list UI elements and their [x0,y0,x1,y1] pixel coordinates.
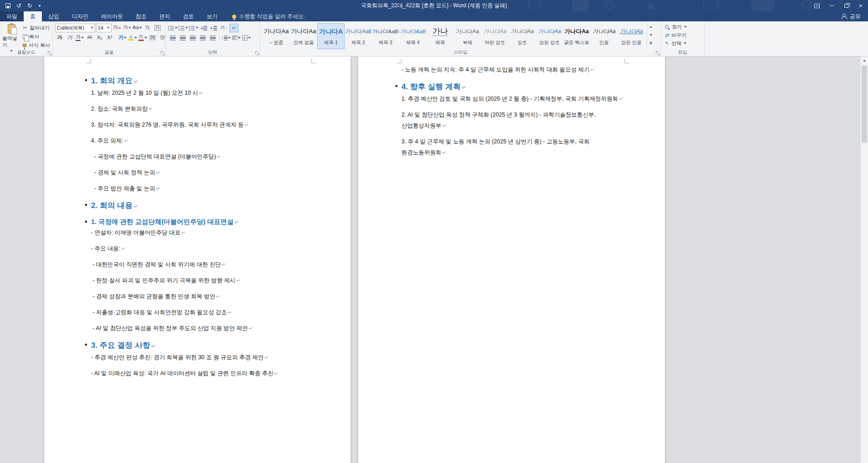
doc-paragraph[interactable]: - 추경 예산안 편성 추진: 경기 회복을 위한 30 조 원 규모의 추경 … [91,352,311,363]
document-page-1[interactable]: 1. 회의 개요↵ 1. 날짜: 2025 년 2 월 10 일 (월) 오전 … [44,56,350,463]
align-left-button[interactable] [168,34,177,42]
doc-heading[interactable]: 2. 회의 내용↵ [91,200,311,212]
italic-button[interactable]: 가 [65,34,74,42]
style-intense-quote[interactable]: 가나다Aa 강한 인용 [618,23,645,49]
doc-paragraph[interactable]: 3. 주 4 일 근무제 및 노동 개혁 논의 (2025 년 상반기 중) -… [401,136,624,158]
style-quote[interactable]: 가나다Aa 인용 [590,23,618,49]
gallery-more-button[interactable] [647,39,654,47]
style-heading-3[interactable]: 가나다AaBI 제목 3 [372,23,399,49]
superscript-button[interactable]: X² [105,34,114,42]
style-heading-2[interactable]: 가나다AaB 제목 2 [345,23,372,49]
select-button[interactable]: ↖ 선택 [663,39,702,47]
close-button[interactable]: × [853,0,868,11]
style-heading-1[interactable]: 가나다A 제목 1 [317,23,345,49]
doc-paragraph[interactable]: - 주요 법안 제출 및 논의↵ [91,183,311,194]
doc-paragraph[interactable]: 1. 날짜: 2025 년 2 월 10 일 (월) 오전 10 시↵ [91,87,311,98]
find-button[interactable]: 찾기 [663,23,702,31]
multilevel-list-button[interactable] [189,24,198,32]
redo-icon[interactable]: ↻ [27,3,32,9]
character-shading-button[interactable]: 가 [148,34,157,42]
bold-button[interactable]: 가 [55,34,64,42]
doc-paragraph[interactable]: - AI 및 미래산업 육성: 국가 AI 데이터센터 설립 및 관련 인프라 … [91,368,311,379]
style-emphasis[interactable]: 가나다Aa 강조 [508,23,536,49]
doc-paragraph[interactable]: - 주요 내용:↵ [91,243,311,254]
style-normal[interactable]: 가나다Aa ↵표준 [263,23,290,49]
doc-paragraph[interactable]: - 저출생·고령화 대응 및 사회안전망 강화 필요성 강조↵ [91,307,311,318]
shrink-font-button[interactable]: 가 [122,24,132,32]
tab-view[interactable]: 보기 [200,11,224,21]
doc-heading[interactable]: 3. 주요 결정 사항↵ [91,340,311,352]
document-page-2[interactable]: - 노동 개혁 논의 지속: 주 4 일 근무제 도입을 위한 사회적 대화 필… [358,56,665,463]
phonetic-guide-button[interactable]: 가 [143,24,152,32]
tab-design[interactable]: 디자인 [66,11,95,21]
restore-button[interactable] [839,0,853,11]
undo-icon[interactable]: ↺ [16,3,21,9]
doc-paragraph[interactable]: 2. 장소: 국회 본회의장↵ [91,103,311,114]
replace-button[interactable]: ⇄ 바꾸기 [663,31,702,39]
scrollbar-thumb[interactable] [862,66,867,143]
gallery-scroll-down-button[interactable] [647,31,654,39]
borders-button[interactable] [242,34,251,42]
align-center-button[interactable] [178,34,187,42]
change-case-button[interactable]: Aa [132,24,142,32]
bullets-button[interactable] [168,24,178,32]
sort-button[interactable]: 가↓ [219,24,228,32]
copy-button[interactable]: 복사 [23,32,50,41]
increase-indent-button[interactable] [209,24,218,32]
scrollbar-up-button[interactable] [861,56,868,64]
highlight-color-button[interactable] [128,34,137,42]
share-button[interactable]: 공유 [834,11,868,21]
numbering-button[interactable] [178,24,188,32]
doc-heading[interactable]: 4. 향후 실행 계획↵ [401,81,624,93]
doc-paragraph[interactable]: 2. AI 및 첨단산업 육성 정책 구체화 (2025 년 3 월까지) - … [401,109,624,131]
decrease-indent-button[interactable] [199,24,208,32]
style-subtitle[interactable]: 가나다Aa 부제 [454,23,481,49]
font-size-combo[interactable]: 14 [96,24,112,32]
line-spacing-button[interactable]: ↕ [221,34,231,42]
justify-button[interactable] [198,34,207,42]
tab-layout[interactable]: 레이아웃 [95,11,129,21]
show-formatting-marks-button[interactable]: ↵ [229,24,239,32]
cut-button[interactable]: ✂ 잘라내기 [23,24,50,32]
format-painter-button[interactable]: 서식 복사 [23,41,50,49]
style-no-spacing[interactable]: 가나다Aa 간격 없음 [290,23,317,49]
tell-me-box[interactable]: 수행할 작업을 알려 주세요. [232,11,305,21]
doc-paragraph[interactable]: - 연설자: 이재명 더불어민주당 대표↵ [91,227,311,238]
doc-paragraph[interactable]: - 국정에 관한 교섭단체 대표연설 (더불어민주당)↵ [91,151,311,162]
doc-paragraph[interactable]: - 경제 성장과 분배의 균형을 통한 민생 회복 방안↵ [91,291,311,302]
styles-dialog-launcher[interactable] [655,51,660,55]
strikethrough-button[interactable]: 가 [85,34,94,42]
tab-insert[interactable]: 삽입 [42,11,66,21]
distribute-button[interactable] [208,34,217,42]
style-strong[interactable]: 가나다Aa 굵은 텍스트 [563,23,590,49]
text-effects-button[interactable]: 가 [118,34,127,42]
doc-paragraph[interactable]: - 대한민국이 직면한 경제 및 사회 위기에 대한 진단↵ [91,259,311,270]
style-subtle-emphasis[interactable]: 가나다Aa 약한 강조 [481,23,508,49]
style-title[interactable]: 가나 제목 [426,23,454,49]
character-border-button[interactable]: 가 [153,24,162,32]
font-dialog-launcher[interactable] [160,51,164,55]
gallery-scroll-up-button[interactable] [647,23,654,31]
doc-paragraph[interactable]: - 노동 개혁 논의 지속: 주 4 일 근무제 도입을 위한 사회적 대화 필… [401,64,624,75]
tab-file[interactable]: 파일 [0,11,24,21]
doc-paragraph[interactable]: - 경제 및 사회 정책 논의↵ [91,167,311,178]
style-heading-4[interactable]: 가나다AaB 제목 4 [399,23,426,49]
tab-references[interactable]: 참조 [129,11,153,21]
doc-paragraph[interactable]: - AI 및 첨단산업 육성을 위한 정부 주도의 산업 지원 방안 제안↵ [91,323,311,334]
font-name-combo[interactable]: Calibri(제목) [55,24,95,32]
minimize-button[interactable] [824,0,839,11]
vertical-scrollbar[interactable] [860,56,868,463]
doc-paragraph[interactable]: 4. 주요 의제:↵ [91,135,311,146]
tab-home[interactable]: 홈 [24,11,42,21]
tab-mailings[interactable]: 편지 [153,11,177,21]
customize-qat-icon[interactable] [38,5,41,7]
underline-button[interactable]: 가 [75,34,84,42]
shading-button[interactable] [232,34,241,42]
doc-paragraph[interactable]: - 헌정 질서 파괴 및 민주주의 위기 극복을 위한 방향 제시↵ [91,275,311,286]
tab-review[interactable]: 검토 [177,11,200,21]
paragraph-dialog-launcher[interactable] [255,51,259,55]
paste-button[interactable]: 붙여넣기 [2,23,21,52]
doc-heading[interactable]: 1. 회의 개요↵ [91,75,311,87]
doc-subheading[interactable]: 1. 국정에 관한 교섭단체(더불어민주당) 대표연설↵ [91,217,311,227]
style-intense-emphasis[interactable]: 가나다Aa 강한 강조 [536,23,563,49]
